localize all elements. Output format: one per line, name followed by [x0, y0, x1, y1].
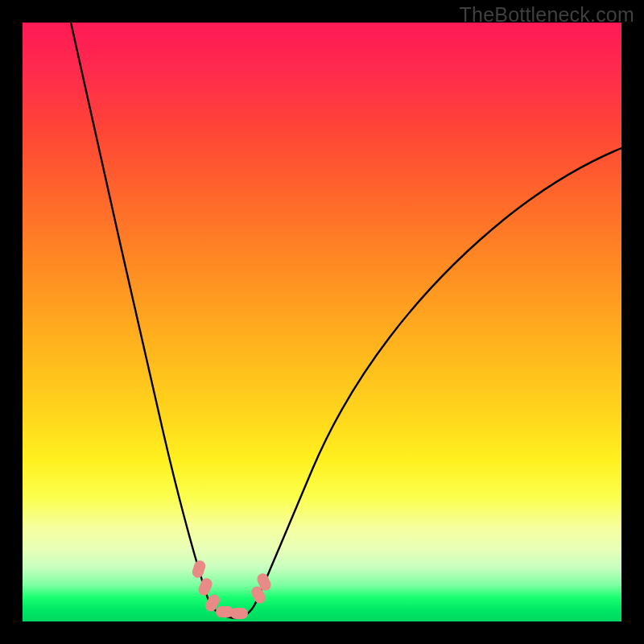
watermark-text: TheBottleneck.com: [460, 3, 634, 27]
left-branch-curve: [71, 23, 213, 609]
right-branch-curve: [256, 148, 621, 602]
svg-rect-4: [230, 608, 248, 619]
svg-rect-0: [191, 559, 207, 579]
frame: TheBottleneck.com: [0, 0, 644, 644]
svg-rect-1: [196, 576, 213, 597]
plot-area: [23, 23, 621, 621]
curve-layer: [23, 23, 621, 621]
highlight-markers: [191, 559, 273, 619]
